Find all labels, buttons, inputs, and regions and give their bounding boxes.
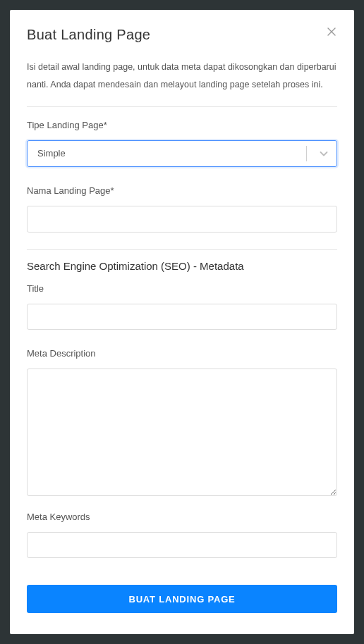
divider <box>27 249 337 250</box>
meta-description-input[interactable] <box>27 369 337 495</box>
seo-title-input[interactable] <box>27 304 337 330</box>
create-landing-page-modal: Buat Landing Page Isi detail awal landin… <box>10 10 354 634</box>
name-input[interactable] <box>27 206 337 233</box>
type-select[interactable]: Simple <box>27 140 337 167</box>
modal-description: Isi detail awal landing page, untuk data… <box>27 58 337 94</box>
meta-description-label: Meta Description <box>27 348 337 359</box>
type-label: Tipe Landing Page* <box>27 120 337 130</box>
meta-keywords-input[interactable] <box>27 532 337 559</box>
close-icon <box>327 26 336 38</box>
seo-section-heading: Search Engine Optimization (SEO) - Metad… <box>27 260 337 272</box>
submit-button[interactable]: BUAT LANDING PAGE <box>27 585 337 613</box>
chevron-down-icon <box>311 141 336 166</box>
seo-title-label: Title <box>27 283 337 294</box>
modal-header: Buat Landing Page <box>27 27 337 43</box>
divider <box>27 106 337 107</box>
type-select-value: Simple <box>37 148 306 159</box>
select-divider <box>306 146 307 161</box>
name-label: Nama Landing Page* <box>27 185 337 196</box>
modal-title: Buat Landing Page <box>27 27 150 43</box>
meta-keywords-label: Meta Keywords <box>27 512 337 522</box>
close-button[interactable] <box>326 27 337 38</box>
